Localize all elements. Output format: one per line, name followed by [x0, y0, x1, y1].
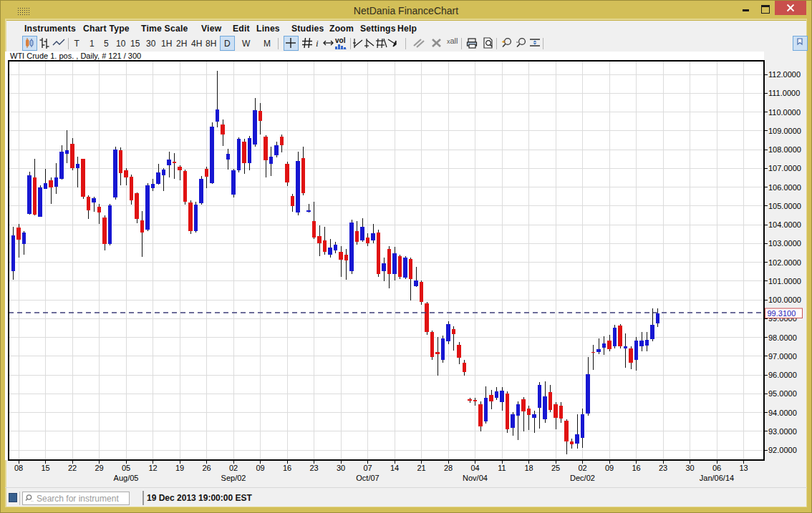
svg-text:98.0000: 98.0000 [768, 333, 797, 342]
svg-text:11: 11 [498, 464, 506, 472]
svg-text:110.0000: 110.0000 [768, 108, 801, 117]
svg-text:100.0000: 100.0000 [768, 295, 801, 304]
svg-text:103.0000: 103.0000 [768, 239, 801, 248]
svg-text:23: 23 [309, 464, 318, 472]
svg-text:15: 15 [41, 464, 49, 472]
svg-text:108.0000: 108.0000 [768, 145, 801, 154]
svg-text:105.0000: 105.0000 [768, 202, 801, 210]
svg-text:09: 09 [256, 464, 264, 472]
svg-text:04: 04 [470, 464, 479, 472]
svg-text:30: 30 [685, 464, 694, 472]
svg-text:112.0000: 112.0000 [768, 70, 801, 79]
svg-text:104.0000: 104.0000 [768, 220, 801, 229]
svg-text:Jan/06/14: Jan/06/14 [700, 474, 734, 482]
svg-text:Aug/05: Aug/05 [114, 474, 139, 482]
svg-text:111.0000: 111.0000 [768, 89, 800, 97]
svg-text:99.3100: 99.3100 [768, 309, 796, 318]
svg-text:26: 26 [202, 464, 211, 472]
svg-text:Sep/02: Sep/02 [221, 474, 246, 482]
svg-text:07: 07 [363, 464, 372, 472]
svg-text:92.0000: 92.0000 [768, 446, 797, 454]
svg-text:106.0000: 106.0000 [768, 183, 801, 192]
svg-text:16: 16 [632, 464, 640, 472]
svg-text:09: 09 [605, 464, 614, 472]
svg-text:22: 22 [68, 464, 77, 472]
svg-text:28: 28 [444, 464, 453, 472]
svg-text:06: 06 [712, 464, 721, 472]
svg-text:19: 19 [175, 464, 184, 472]
svg-text:21: 21 [417, 464, 425, 472]
svg-text:08: 08 [14, 464, 23, 472]
svg-text:12: 12 [148, 464, 157, 472]
svg-text:29: 29 [95, 464, 103, 472]
svg-text:02: 02 [229, 464, 238, 472]
svg-text:30: 30 [337, 464, 345, 472]
svg-text:13: 13 [739, 464, 748, 472]
svg-text:14: 14 [390, 464, 399, 472]
svg-text:101.0000: 101.0000 [768, 277, 801, 285]
svg-text:95.0000: 95.0000 [768, 389, 797, 398]
svg-text:Oct/07: Oct/07 [356, 474, 379, 482]
svg-text:93.0000: 93.0000 [768, 427, 797, 436]
svg-text:94.0000: 94.0000 [768, 409, 797, 417]
svg-text:18: 18 [524, 464, 533, 472]
svg-text:..: .. [31, 497, 34, 502]
svg-text:Dec/02: Dec/02 [570, 474, 595, 482]
svg-text:97.0000: 97.0000 [768, 352, 797, 361]
svg-text:109.0000: 109.0000 [768, 127, 801, 135]
svg-text:23: 23 [659, 464, 667, 472]
svg-text:02: 02 [578, 464, 586, 472]
svg-text:96.0000: 96.0000 [768, 371, 797, 379]
svg-text:102.0000: 102.0000 [768, 258, 801, 267]
svg-text:16: 16 [283, 464, 291, 472]
svg-text:05: 05 [122, 464, 130, 472]
svg-text:25: 25 [551, 464, 560, 472]
svg-text:107.0000: 107.0000 [768, 164, 801, 172]
svg-text:Nov/04: Nov/04 [463, 474, 488, 482]
